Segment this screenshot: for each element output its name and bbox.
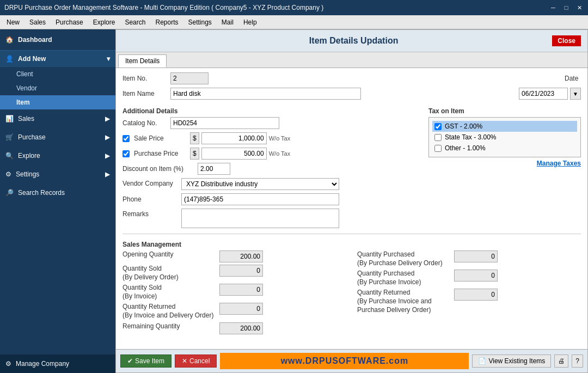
explore-icon: 🔍 [5,152,14,160]
purchase-price-checkbox[interactable] [122,150,130,157]
purchase-price-label: Purchase Price [134,150,186,157]
sale-currency-symbol: $ [190,132,199,144]
tax-state[interactable]: State Tax - 3.00% [432,132,577,143]
qty-sold-delivery-input[interactable] [219,265,263,277]
modal-close-button[interactable]: Close [552,35,581,46]
qty-sold-invoice-label: Quantity Sold(By Invoice) [122,284,215,301]
view-existing-items-button[interactable]: 📄 View Existing Items [472,354,551,368]
phone-input[interactable] [181,193,339,205]
sidebar-explore[interactable]: 🔍 Explore ▶ [0,146,115,165]
purchase-price-input[interactable] [201,148,267,160]
gst-checkbox[interactable] [434,123,442,130]
modal-title: Item Details Updation [155,36,552,46]
catalog-label: Catalog No. [122,119,166,127]
sale-price-checkbox[interactable] [122,135,130,142]
catalog-input[interactable] [170,117,279,129]
tab-item-details[interactable]: Item Details [118,54,167,68]
sales-chevron-icon: ▶ [105,115,110,123]
menu-settings[interactable]: Settings [184,17,216,27]
state-tax-label: State Tax - 3.00% [445,133,497,141]
calendar-button[interactable]: ▼ [570,88,581,100]
cancel-button[interactable]: ✕ Cancel [175,354,217,368]
modal-tabs: Item Details [116,52,587,68]
save-item-button[interactable]: ✔ Save Item [120,354,171,368]
dashboard-icon: 🏠 [5,36,14,44]
save-label: Save Item [135,357,164,365]
view-icon: 📄 [478,357,486,365]
settings-chevron-icon: ▶ [105,170,110,178]
sidebar-dashboard[interactable]: 🏠 Dashboard [0,29,115,51]
qty-sold-invoice-input[interactable] [219,284,263,296]
menu-mail[interactable]: Mail [217,17,238,27]
qty-purchased-invoice-input[interactable] [454,270,498,282]
sidebar-manage-company[interactable]: ⚙ Manage Company [0,354,115,373]
qty-returned-input[interactable] [219,303,263,315]
search-records-icon: 🔎 [5,189,14,197]
menu-new[interactable]: New [2,17,24,27]
sidebar-item-item[interactable]: Item [0,95,115,109]
purchase-icon: 🛒 [5,133,14,141]
close-btn[interactable]: ✕ [575,3,584,12]
sales-icon: 📊 [5,115,14,123]
qty-purchased-delivery-input[interactable] [454,250,498,262]
item-no-label: Item No. [122,75,166,82]
menu-explore[interactable]: Explore [89,17,120,27]
item-name-input[interactable] [170,88,361,100]
maximize-btn[interactable]: □ [562,3,571,12]
qty-returned-purchase-row: Quantity Returned(By Purchase Invoice an… [357,289,581,314]
vendor-company-select[interactable]: XYZ Distributive industry [181,178,339,190]
qty-purchased-delivery-label: Quantity Purchased(By Purchase Delivery … [357,250,450,267]
sidebar-search-records[interactable]: 🔎 Search Records [0,184,115,202]
help-icon: ? [575,357,579,365]
explore-chevron-icon: ▶ [105,152,110,160]
opening-qty-input[interactable] [219,250,263,262]
chevron-down-icon: ▾ [107,55,110,63]
state-tax-checkbox[interactable] [434,134,442,141]
sale-wo-tax-label: W/o Tax [269,135,291,142]
app-title: DRPU Purchase Order Management Software … [4,4,323,11]
minimize-btn[interactable]: ─ [549,3,558,12]
item-no-input[interactable] [170,72,209,84]
tax-on-item-label: Tax on Item [428,107,581,115]
discount-input[interactable] [198,163,230,175]
sidebar-item-client[interactable]: Client [0,67,115,81]
qty-returned-purchase-input[interactable] [454,289,498,301]
explore-nav-label: Explore [18,152,40,160]
save-icon: ✔ [127,357,133,365]
date-input[interactable] [519,88,568,100]
menu-search[interactable]: Search [120,17,150,27]
sidebar-item-vendor[interactable]: Vendor [0,81,115,95]
qty-purchased-invoice-row: Quantity Purchased(By Purchase Invoice) [357,270,581,286]
print-button[interactable]: 🖨 [554,354,568,368]
phone-label: Phone [122,195,177,203]
remaining-qty-input[interactable] [219,322,263,334]
menu-help[interactable]: Help [239,17,261,27]
manage-taxes-link[interactable]: Manage Taxes [428,160,581,167]
menu-purchase[interactable]: Purchase [51,17,88,27]
tax-gst[interactable]: GST - 2.00% [432,121,577,132]
modal-header: Item Details Updation Close [116,30,587,52]
sidebar-purchase[interactable]: 🛒 Purchase ▶ [0,128,115,146]
menu-sales[interactable]: Sales [25,17,50,27]
menu-reports[interactable]: Reports [151,17,182,27]
qty-returned-row: Quantity Returned(By Invoice and Deliver… [122,303,346,320]
tax-other[interactable]: Other - 1.00% [432,143,577,154]
title-bar: DRPU Purchase Order Management Software … [0,0,588,15]
item-label: Item [16,99,30,106]
remarks-input[interactable] [181,209,339,228]
sales-management-label: Sales Management [122,241,581,248]
help-button[interactable]: ? [572,354,583,368]
sidebar-settings[interactable]: ⚙ Settings ▶ [0,165,115,184]
other-tax-checkbox[interactable] [434,145,442,152]
gst-label: GST - 2.00% [445,123,482,130]
dashboard-label: Dashboard [18,36,52,44]
sidebar-sales[interactable]: 📊 Sales ▶ [0,109,115,128]
qty-returned-purchase-label: Quantity Returned(By Purchase Invoice an… [357,289,450,314]
brand-label: www.DRPUSOFTWARE.com [220,353,469,369]
sale-price-input[interactable] [201,132,267,144]
additional-details-label: Additional Details [122,107,420,115]
qty-sold-delivery-row: Quantity Sold(By Delivery Order) [122,265,346,282]
sidebar-add-new[interactable]: 👤 Add New ▾ [0,51,115,67]
opening-qty-row: Opening Quantity [122,250,346,262]
sidebar: 🏠 Dashboard 👤 Add New ▾ Client Vendor It… [0,29,115,373]
